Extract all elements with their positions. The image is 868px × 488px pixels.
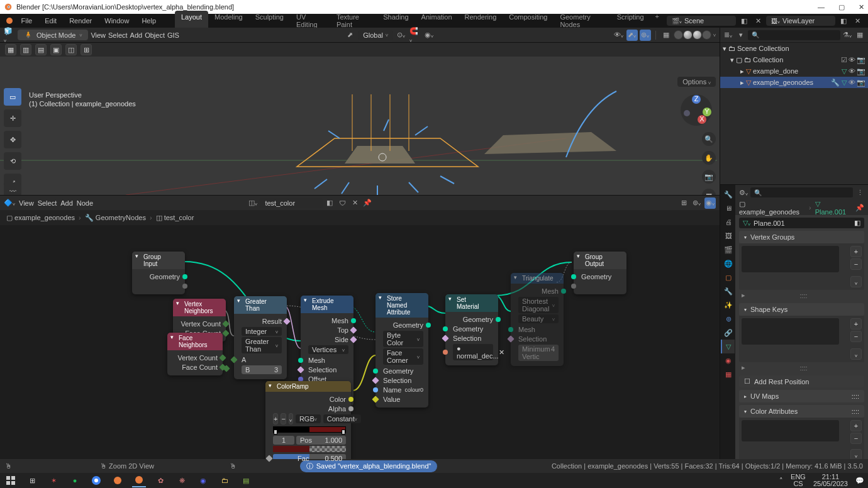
tree-delete-icon[interactable]: ✕ [349,197,360,209]
tool-move[interactable]: ✥ [4,131,21,148]
extrude-domain-select[interactable]: Verticesv [308,345,348,354]
ramp-add-stop[interactable]: + [273,413,278,424]
maximize-button[interactable]: ▢ [838,3,845,11]
scene-browse-icon[interactable]: ◧ [738,15,750,26]
ptab-physics[interactable]: ⊚ [721,312,735,326]
ramp-mode-select[interactable]: RGBv [296,414,321,423]
outliner-filter-icon[interactable]: ⚗ᵥ [842,30,853,41]
outliner-collection[interactable]: Collection [753,56,839,64]
vp-menu-add[interactable]: Add [130,31,143,39]
ramp-color-swatch[interactable] [273,446,346,452]
gizmo-toggle-icon[interactable]: ⬈ᵥ [626,30,638,41]
sel-mode-1[interactable]: ▦ [5,44,16,55]
viewlayer-del-icon[interactable]: ✕ [852,15,863,26]
tool-select-box[interactable]: ▭ [4,88,21,106]
ramp-del-stop[interactable]: − [281,413,286,424]
blender-taskbar-icon-2[interactable] [132,474,146,487]
app-icon-4[interactable]: ▤ [239,474,253,487]
ptab-modifier[interactable]: 🔧 [721,284,735,298]
ramp-pos[interactable]: Pos1.000 [296,436,346,445]
spotify-icon[interactable]: ● [68,474,82,487]
ramp-menu[interactable]: ᵥ [289,413,293,424]
orientation-icon[interactable]: ⬈ [344,30,355,41]
color-attrs-list[interactable] [742,420,839,441]
visibility-icon[interactable]: 👁ᵥ [613,30,625,41]
snap-icon[interactable]: 🧲ᵥ [409,30,421,41]
mode-selector[interactable]: 🧍Object Modev [18,30,88,40]
ne-sphere-icon[interactable]: ◉ᵥ [704,197,716,209]
menu-edit[interactable]: Edit [40,15,62,26]
start-button[interactable] [4,474,18,487]
notifications-icon[interactable]: 💬 [855,477,864,485]
store-domain-select[interactable]: Face Cornerv [383,348,423,365]
node-group-input[interactable]: Group Input Geometry [132,252,185,294]
ptab-data[interactable]: ▽ [721,340,735,353]
outliner-type-icon[interactable]: ≣ᵥ [723,30,734,41]
viewport-options[interactable]: Options v [677,77,716,87]
overlay-toggle-icon[interactable]: ⊚ᵥ [640,30,651,41]
pan-icon[interactable]: ✋ [702,151,716,165]
node-set-material[interactable]: Set Material Geometry Geometry Selection… [445,294,498,365]
minimize-button[interactable]: — [818,3,825,11]
bc-tree[interactable]: test_color [164,214,194,221]
outliner-scene-collection[interactable]: Scene Collection [737,45,865,52]
panel-uv-maps[interactable]: UV Maps:::: [739,390,864,402]
ptab-output[interactable]: 🖨 [721,215,735,229]
tree-pin-icon[interactable]: ◧ [324,197,335,209]
bc-object[interactable]: example_geonodes [14,214,75,221]
ptab-tool[interactable]: 🔧 [721,187,735,201]
outliner-item-example-done[interactable]: example_done [753,67,840,75]
props-options-icon[interactable]: ⋮ [854,187,865,198]
task-view-icon[interactable]: ⊞ [25,474,39,487]
shape-keys-list[interactable] [742,318,839,345]
menu-window[interactable]: Window [99,15,134,26]
viewlayer-new-icon[interactable]: ◧ [838,15,849,26]
lang-indicator-2[interactable]: CS [791,480,806,487]
outliner-display-icon[interactable]: ▾ [735,30,747,41]
xray-icon[interactable]: ▦ [660,30,672,41]
greater-op-select[interactable]: Greater Thanv [242,337,282,353]
node-tree-selector[interactable]: test_color [260,198,323,208]
app-icon-2[interactable]: ✿ [153,474,167,487]
tree-type-icon[interactable]: ◫ᵥ [247,197,259,209]
vg-remove[interactable]: − [850,258,862,270]
ne-menu-node[interactable]: Node [77,199,93,207]
ramp-index[interactable]: 1 [273,436,294,445]
ptab-particle[interactable]: ✨ [721,298,735,312]
tray-chevron-icon[interactable]: ˄ [779,477,783,485]
ne-menu-add[interactable]: Add [60,199,73,207]
ptab-scene[interactable]: 🎬 [721,243,735,257]
pivot-icon[interactable]: ⊙ᵥ [396,30,407,41]
props-type-icon[interactable]: ⚙ᵥ [738,187,749,198]
scene-new-icon[interactable]: ✕ [752,15,764,26]
sel-mode-6[interactable]: ⊞ [81,44,92,55]
outliner-tree[interactable]: ▾🗀Scene Collection ▾▢🗀Collection ☑👁📷 ▸▽e… [720,43,868,88]
add-rest-position-button[interactable]: ☐Add Rest Position [739,375,864,387]
menu-help[interactable]: Help [136,15,161,26]
menu-render[interactable]: Render [64,15,97,26]
outliner-item-example-geonodes[interactable]: example_geonodes [753,79,829,86]
discord-icon[interactable]: ◉ [196,474,210,487]
scene-selector[interactable]: 🎬ᵥ Scene [667,16,736,26]
outliner-new-coll-icon[interactable]: ▦ [854,30,865,41]
ptab-texture[interactable]: ▦ [721,367,735,381]
tool-rotate[interactable]: ⟲ [4,152,21,170]
vp-menu-object[interactable]: Object [145,31,165,39]
node-triangulate[interactable]: Triangulate Mesh Shortest Diagonalv Beau… [511,273,564,366]
sk-remove[interactable]: − [850,331,862,342]
ptab-world[interactable]: 🌐 [721,257,735,270]
outliner-search[interactable]: 🔍 [748,30,840,40]
sel-mode-5[interactable]: ◫ [65,44,77,55]
sk-add[interactable]: + [850,318,862,330]
close-button[interactable]: ✕ [859,3,864,11]
panel-shape-keys[interactable]: Shape Keys [739,303,864,316]
sel-mode-2[interactable]: ▥ [20,44,31,55]
node-canvas[interactable]: Group Input Geometry Vertex Neighbors Ve… [0,225,720,488]
menu-file[interactable]: File [16,15,37,26]
store-type-select[interactable]: Byte Colorv [383,331,423,347]
greater-b-field[interactable]: B3 [242,365,282,374]
mesh-name-field[interactable]: ▽ᵥ Plane.001 ◧ [739,218,864,228]
ne-menu-view[interactable]: View [19,199,34,207]
node-store-named-attribute[interactable]: Store Named Attribute Geometry Byte Colo… [376,293,428,408]
greater-type-select[interactable]: Integerv [242,327,282,336]
